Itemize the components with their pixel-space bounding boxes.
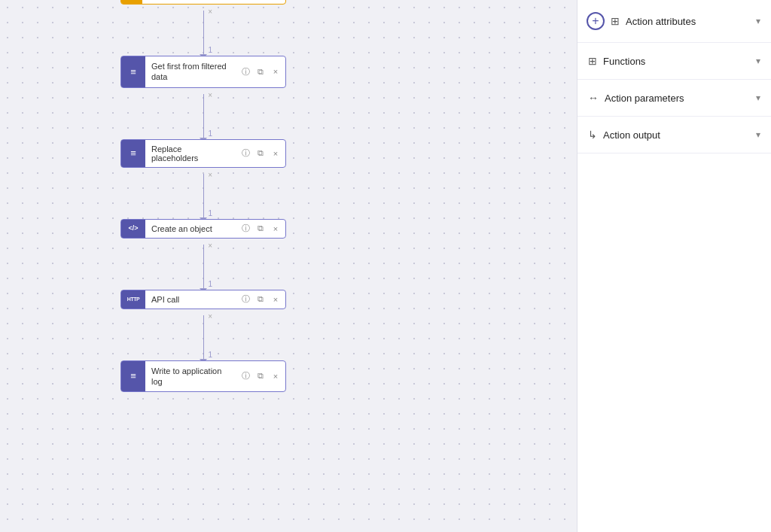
node-1-label: Get first from filtered data bbox=[145, 56, 236, 87]
line-3 bbox=[203, 174, 204, 219]
node-1-actions: ⓘ ⧉ × bbox=[236, 56, 285, 87]
connector-1: × 1 bbox=[188, 5, 218, 56]
node-5-info-button[interactable]: ⓘ bbox=[239, 369, 252, 383]
panel-row-functions[interactable]: ⊞ Functions ▾ bbox=[577, 43, 771, 80]
chevron-down-icon-2: ▾ bbox=[756, 93, 760, 103]
canvas: × 1 ≡ Get first from filtered data ⓘ ⧉ ×… bbox=[0, 0, 577, 532]
line-2 bbox=[203, 94, 204, 139]
connector-3: × 1 bbox=[188, 168, 218, 219]
node-api-call: HTTP API call ⓘ ⧉ × bbox=[120, 290, 286, 309]
action-attributes-label: Action attributes bbox=[626, 16, 696, 27]
node-3-label: Create an object bbox=[145, 220, 236, 238]
action-output-label: Action output bbox=[603, 129, 660, 141]
num-label-c4: 1 bbox=[208, 280, 212, 288]
functions-icon: ⊞ bbox=[588, 55, 597, 67]
close-icon-c1[interactable]: × bbox=[208, 8, 212, 16]
node-5-delete-button[interactable]: × bbox=[269, 369, 282, 383]
chevron-down-icon-1: ▾ bbox=[756, 56, 760, 66]
node-3-icon: </> bbox=[121, 220, 145, 238]
node-5-copy-button[interactable]: ⧉ bbox=[254, 369, 267, 383]
node-replace-placeholders: ≡ Replace placeholders ⓘ ⧉ × bbox=[120, 139, 286, 168]
node-get-first: ≡ Get first from filtered data ⓘ ⧉ × bbox=[120, 56, 286, 88]
node-3-info-button[interactable]: ⓘ bbox=[239, 222, 252, 236]
line-4 bbox=[203, 245, 204, 290]
node-4-info-button[interactable]: ⓘ bbox=[239, 293, 252, 306]
num-label-c5: 1 bbox=[208, 351, 212, 359]
num-label-c2: 1 bbox=[208, 129, 212, 138]
node-4-actions: ⓘ ⧉ × bbox=[236, 290, 285, 309]
node-2-label: Replace placeholders bbox=[145, 140, 236, 167]
panel-row-action-attributes[interactable]: ⊞ Action attributes ▾ bbox=[577, 0, 771, 43]
node-4-icon: HTTP bbox=[121, 290, 145, 309]
close-icon-c2[interactable]: × bbox=[208, 91, 212, 99]
action-parameters-label: Action parameters bbox=[605, 93, 684, 104]
connector-2: × 1 bbox=[188, 88, 218, 139]
node-2-delete-button[interactable]: × bbox=[269, 147, 282, 160]
connector-4: × 1 bbox=[188, 239, 218, 290]
node-1-icon: ≡ bbox=[121, 56, 145, 87]
node-5-icon: ≡ bbox=[121, 361, 145, 392]
panel-row-action-output[interactable]: ↳ Action output ▾ bbox=[577, 117, 771, 154]
node-3-delete-button[interactable]: × bbox=[269, 222, 282, 236]
chevron-down-icon-3: ▾ bbox=[756, 129, 760, 140]
node-2-copy-button[interactable]: ⧉ bbox=[254, 147, 267, 160]
num-label-c3: 1 bbox=[208, 209, 212, 217]
node-1-copy-button[interactable]: ⧉ bbox=[254, 65, 267, 78]
node-4-label: API call bbox=[145, 290, 236, 309]
panel-row-action-parameters[interactable]: ↔ Action parameters ▾ bbox=[577, 80, 771, 117]
connector-5: × 1 bbox=[188, 309, 218, 360]
right-panel: ⊞ Action attributes ▾ ⊞ Functions ▾ ↔ Ac… bbox=[577, 0, 771, 532]
add-action-attributes-button[interactable] bbox=[587, 12, 605, 30]
line-1 bbox=[203, 11, 204, 56]
params-icon: ↔ bbox=[588, 92, 599, 104]
node-top-content bbox=[142, 0, 285, 4]
node-2-icon: ≡ bbox=[121, 140, 145, 167]
node-write-log: ≡ Write to application log ⓘ ⧉ × bbox=[120, 360, 286, 393]
chevron-down-icon-0: ▾ bbox=[756, 16, 760, 26]
close-icon-c3[interactable]: × bbox=[208, 171, 212, 179]
node-create-object: </> Create an object ⓘ ⧉ × bbox=[120, 219, 286, 239]
grid-icon: ⊞ bbox=[611, 15, 620, 27]
node-2-info-button[interactable]: ⓘ bbox=[239, 147, 252, 160]
node-4-copy-button[interactable]: ⧉ bbox=[254, 293, 267, 306]
node-4-delete-button[interactable]: × bbox=[269, 293, 282, 306]
close-icon-c4[interactable]: × bbox=[208, 242, 212, 250]
node-2-actions: ⓘ ⧉ × bbox=[236, 140, 285, 167]
node-5-label: Write to application log bbox=[145, 361, 236, 392]
output-icon: ↳ bbox=[588, 129, 597, 141]
node-1-info-button[interactable]: ⓘ bbox=[239, 65, 252, 78]
node-top-icon bbox=[121, 0, 142, 4]
node-1-delete-button[interactable]: × bbox=[269, 65, 282, 78]
num-label-c1: 1 bbox=[208, 46, 212, 54]
node-3-actions: ⓘ ⧉ × bbox=[236, 220, 285, 238]
node-5-actions: ⓘ ⧉ × bbox=[236, 361, 285, 392]
functions-label: Functions bbox=[603, 56, 645, 67]
close-icon-c5[interactable]: × bbox=[208, 312, 212, 321]
node-3-copy-button[interactable]: ⧉ bbox=[254, 222, 267, 236]
line-5 bbox=[203, 315, 204, 360]
